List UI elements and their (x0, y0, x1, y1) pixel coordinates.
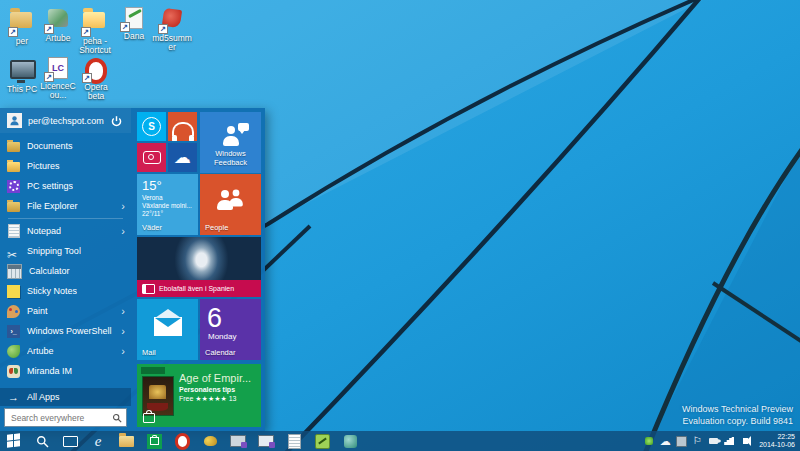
desktop-icon-dana[interactable]: Dana (114, 6, 154, 41)
task-view-button[interactable] (56, 431, 84, 451)
miranda-im-icon (7, 365, 20, 378)
taskbar-internet-explorer[interactable] (84, 431, 112, 451)
search-input[interactable] (9, 412, 112, 424)
folder-shortcut-icon (83, 12, 107, 36)
taskbar-notepad[interactable] (280, 431, 308, 451)
tile-store-age-of-empires[interactable]: Age of Empir... Personalens tips Free ★★… (137, 364, 261, 427)
desktop-icon-label: Dana (114, 32, 154, 41)
tile-label: Windows Feedback (200, 149, 261, 167)
artube-shortcut-icon (46, 9, 70, 33)
tile-label: Mail (142, 348, 156, 357)
menu-item-pc-settings[interactable]: PC settings (0, 176, 131, 196)
desktop-icon-licencecou[interactable]: LicenceCou... (38, 56, 78, 100)
desktop-icon-label: md5summer (152, 34, 192, 52)
watermark-line1: Windows Technical Preview (682, 403, 793, 415)
desktop-icon-md5summer[interactable]: md5summer (152, 6, 192, 52)
taskbar-artube[interactable] (336, 431, 364, 451)
tile-news[interactable]: Ebolafall även i Spanien (137, 237, 261, 297)
submenu-chevron-icon: › (121, 201, 125, 212)
menu-item-windows-powershell[interactable]: Windows PowerShell › (0, 321, 131, 341)
tray-app-icon[interactable] (675, 435, 687, 447)
tray-miranda-icon[interactable] (643, 435, 655, 447)
scissors-icon (7, 245, 20, 258)
user-account-row[interactable]: per@techspot.com (0, 108, 131, 133)
task-view-icon (63, 436, 78, 447)
md5summer-shortcut-icon (160, 9, 184, 33)
store-icon (147, 434, 162, 449)
volume-icon[interactable] (739, 435, 751, 447)
taskbar: 22:25 2014-10-06 (0, 431, 800, 451)
tile-weather[interactable]: 15° Verona Växlande molni... 22°/11° Väd… (137, 174, 198, 235)
gear-icon (7, 180, 20, 193)
desktop-icon-opera-beta[interactable]: Opera beta (76, 56, 116, 101)
tile-camera[interactable] (137, 143, 166, 172)
start-button[interactable] (0, 431, 28, 451)
desktop-icon-label: This PC (2, 85, 42, 94)
menu-item-miranda-im[interactable]: Miranda IM (0, 361, 131, 381)
taskbar-computer-app[interactable] (252, 431, 280, 451)
tile-skype[interactable] (137, 112, 166, 141)
desktop-icon-label: LicenceCou... (38, 82, 78, 100)
desktop-icon-label: Opera beta (76, 83, 116, 101)
power-button[interactable] (110, 114, 124, 128)
taskbar-opera[interactable] (168, 431, 196, 451)
action-center-flag-icon[interactable] (691, 435, 703, 447)
notepad-icon (288, 434, 301, 449)
tile-label: Väder (142, 223, 162, 232)
tile-calendar[interactable]: 6 Monday Calendar (200, 299, 261, 360)
powershell-icon (7, 325, 20, 338)
artube-icon (344, 435, 357, 448)
menu-item-file-explorer[interactable]: File Explorer › (0, 196, 131, 216)
tile-people[interactable]: People (200, 174, 261, 235)
all-apps-label: All Apps (27, 392, 60, 402)
speech-bubble-icon (238, 123, 249, 131)
menu-item-sticky-notes[interactable]: Sticky Notes (0, 281, 131, 301)
menu-item-snipping-tool[interactable]: Snipping Tool (0, 241, 131, 261)
calendar-day: 6 (207, 305, 261, 332)
camera-icon (143, 151, 161, 164)
clock-date: 2014-10-06 (759, 441, 795, 450)
taskbar-store[interactable] (140, 431, 168, 451)
menu-item-pictures[interactable]: Pictures (0, 156, 131, 176)
submenu-chevron-icon: › (121, 326, 125, 337)
pictures-folder-icon (7, 162, 20, 172)
tile-windows-feedback[interactable]: Windows Feedback (200, 112, 261, 173)
taskbar-clock[interactable]: 22:25 2014-10-06 (755, 433, 795, 450)
headphones-icon (172, 122, 194, 136)
taskbar-search-button[interactable] (28, 431, 56, 451)
store-game-title: Age of Empir... (179, 372, 251, 384)
menu-item-artube[interactable]: Artube › (0, 341, 131, 361)
taskbar-miranda-im[interactable] (196, 431, 224, 451)
tile-mail[interactable]: Mail (137, 299, 198, 360)
menu-item-calculator[interactable]: Calculator (0, 261, 131, 281)
menu-item-paint[interactable]: Paint › (0, 301, 131, 321)
tile-label: People (205, 223, 228, 232)
remote-desktop-icon (230, 435, 246, 447)
taskbar-remote-app[interactable] (224, 431, 252, 451)
miranda-im-icon (204, 436, 217, 446)
desktop-icon-this-pc[interactable]: This PC (2, 56, 42, 94)
start-menu-tiles: Windows Feedback 15° Verona Växlande mol… (131, 108, 265, 431)
file-explorer-icon (7, 202, 20, 212)
taskbar-file-explorer[interactable] (112, 431, 140, 451)
taskbar-notepad-plus-plus[interactable] (308, 431, 336, 451)
menu-item-notepad[interactable]: Notepad › (0, 221, 131, 241)
network-signal-icon[interactable] (723, 435, 735, 447)
tile-onedrive[interactable] (168, 143, 197, 172)
opera-shortcut-icon (84, 58, 108, 82)
desktop-icon-label: peha - Shortcut (75, 37, 115, 55)
desktop-icon-artube[interactable]: Artube (38, 6, 78, 43)
start-menu-items: Documents Pictures PC settings File Expl… (0, 136, 131, 381)
cloud-icon (174, 149, 191, 166)
envelope-icon (154, 317, 182, 336)
menu-item-documents[interactable]: Documents (0, 136, 131, 156)
folder-shortcut-icon (10, 12, 34, 36)
desktop-icon-peha[interactable]: peha - Shortcut (75, 6, 115, 55)
power-plug-icon[interactable] (707, 435, 719, 447)
submenu-chevron-icon: › (121, 346, 125, 357)
all-apps-button[interactable]: → All Apps (0, 388, 131, 406)
calculator-icon (7, 264, 22, 279)
desktop-icon-per[interactable]: per (2, 6, 42, 46)
tray-onedrive-icon[interactable] (659, 435, 671, 447)
tile-music[interactable] (168, 112, 197, 141)
